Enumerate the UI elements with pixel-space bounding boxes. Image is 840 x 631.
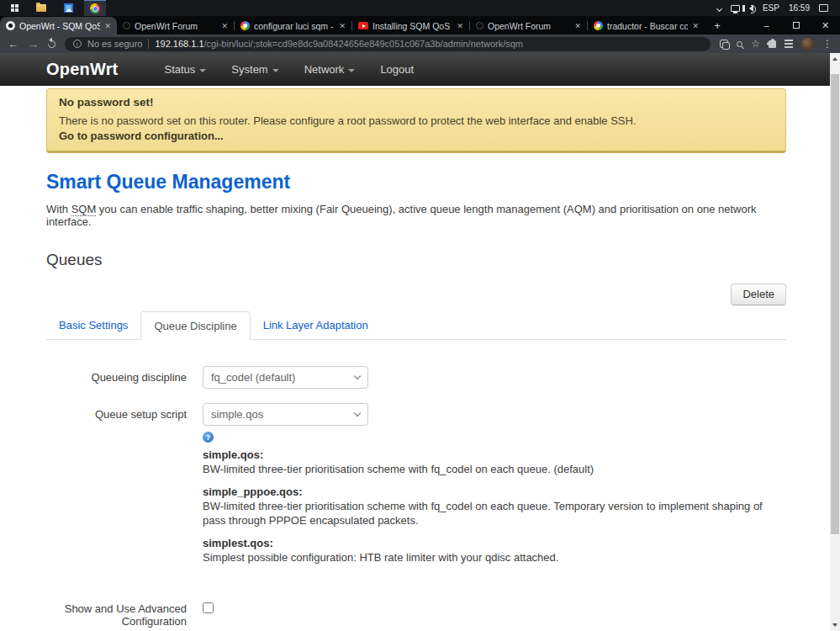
chevron-down-icon [354,373,361,379]
forward-button[interactable]: → [28,39,39,50]
password-config-link[interactable]: Go to password configuration... [59,130,224,142]
zoom-icon[interactable] [737,41,742,47]
settings-tabs: Basic Settings Queue Discipline Link Lay… [46,311,786,340]
alert-title: No password set! [59,96,774,109]
qdisc-select[interactable]: fq_codel (default) [203,366,368,389]
tab-title: OpenWrt - SQM QoS - LuCI [19,21,100,31]
browser-tabstrip: OpenWrt - SQM QoS - LuCI ✕ OpenWrt Forum… [0,16,840,34]
tab-queue-discipline[interactable]: Queue Discipline [140,311,250,340]
clock[interactable]: 16:59 [789,3,810,13]
chevron-down-icon [272,69,279,72]
tab-google-search[interactable]: configurar luci sqm - Buscar co ✕ [235,17,351,34]
nav-system[interactable]: System [219,53,291,86]
help-name: simple.qos: [203,448,263,461]
start-button[interactable] [3,0,25,16]
security-label[interactable]: No es seguro [87,39,142,49]
notifications-icon[interactable] [819,4,828,12]
hidden-icons-chevron-icon[interactable] [716,6,722,12]
help-simple-pppoe-qos: simple_pppoe.qos: BW-limited three-tier … [203,485,768,528]
maximize-icon [793,22,800,29]
page-scrollbar[interactable] [830,53,840,631]
close-tab-icon[interactable]: ✕ [339,22,346,30]
extensions-puzzle-icon[interactable] [769,40,776,48]
qdisc-label: Queueing discipline [46,366,187,389]
keyboard-language[interactable]: ESP [763,3,779,13]
close-tab-icon[interactable]: ✕ [221,22,228,30]
help-desc: BW-limited three-tier prioritisation sch… [203,500,763,527]
nav-logout[interactable]: Logout [367,53,426,86]
tab-link-layer-adaptation[interactable]: Link Layer Adaptation [251,311,381,340]
folder-icon [36,4,46,12]
close-tab-icon[interactable]: ✕ [692,22,699,30]
speaker-icon[interactable] [749,5,753,12]
chevron-down-icon [348,69,355,72]
tab-basic-settings[interactable]: Basic Settings [46,311,140,340]
reload-button[interactable] [46,39,57,50]
close-tab-icon[interactable]: ✕ [457,22,463,30]
close-tab-icon[interactable]: ✕ [104,22,111,30]
script-label: Queue setup script [46,403,187,573]
tab-openwrt-forum-2[interactable]: OpenWrt Forum ✕ [470,17,587,34]
window-controls: – ✕ [752,16,840,34]
back-button[interactable]: ← [8,39,18,50]
url-text: 192.168.1.1/cgi-bin/luci/;stok=cd9e8dc9a… [155,39,523,49]
page-content: No password set! There is no password se… [0,86,830,631]
script-select[interactable]: simple.qos [203,403,368,426]
help-simplest-qos: simplest.qos: Simplest possible configur… [203,536,768,565]
url-host: 192.168.1.1 [155,39,203,49]
windows-logo-icon [11,4,14,8]
password-warning-alert: No password set! There is no password se… [46,88,786,153]
minimize-button[interactable]: – [752,16,781,34]
openwrt-favicon [6,21,15,30]
scrollbar-up-icon[interactable] [830,53,840,65]
new-tab-button[interactable]: + [708,17,726,34]
luci-header: OpenWrt Status System Network Logout [0,53,830,86]
luci-nav: Status System Network Logout [151,53,426,86]
youtube-favicon [358,22,368,29]
help-desc: Simplest possible configuration: HTB rat… [203,551,558,564]
reading-list-icon[interactable] [785,40,793,41]
network-icon[interactable] [731,5,740,12]
browser-addressbar: ← → No es seguro 192.168.1.1/cgi-bin/luc… [0,34,840,53]
translate-icon[interactable] [720,40,728,48]
advanced-row: Show and Use Advanced Configuration [46,597,786,628]
screen: ESP 16:59 OpenWrt - SQM QoS - LuCI ✕ Ope… [0,0,840,631]
intro-text: With SQM you can enable traffic shaping,… [46,203,786,228]
chrome-taskbar-button[interactable] [84,0,106,16]
nav-network[interactable]: Network [292,53,368,86]
close-tab-icon[interactable]: ✕ [574,22,581,30]
profile-avatar[interactable] [801,38,814,50]
forum-favicon [476,22,483,29]
script-selected-value: simple.qos [211,408,263,421]
google-favicon [240,21,250,30]
nav-status[interactable]: Status [151,53,219,86]
tab-youtube-video[interactable]: Installing SQM QoS on LEDE/O ✕ [352,17,469,34]
openwrt-brand[interactable]: OpenWrt [46,60,118,79]
url-field[interactable]: No es seguro 192.168.1.1/cgi-bin/luci/;s… [65,37,711,51]
tab-title: OpenWrt Forum [488,21,570,31]
windows-taskbar: ESP 16:59 [0,0,840,16]
scrollbar-down-icon[interactable] [830,619,840,631]
tab-translator-search[interactable]: traductor - Buscar con Google ✕ [588,17,705,34]
advanced-checkbox[interactable] [203,602,214,613]
help-icon[interactable] [203,432,214,443]
bookmark-star-icon[interactable]: ☆ [751,39,760,49]
nav-label: Network [304,63,345,76]
maximize-button[interactable] [781,16,811,34]
chrome-menu-icon[interactable]: ⋮ [822,39,832,49]
sqm-abbr[interactable]: SQM [71,203,97,216]
close-window-button[interactable]: ✕ [811,16,840,34]
delete-button[interactable]: Delete [731,284,786,305]
google-favicon [594,21,603,30]
nav-label: Logout [380,63,414,76]
site-info-icon[interactable] [73,40,82,48]
photos-button[interactable] [57,0,79,16]
tab-openwrt-sqm[interactable]: OpenWrt - SQM QoS - LuCI ✕ [0,17,117,34]
chevron-down-icon [354,410,361,416]
scrollbar-thumb[interactable] [831,74,839,534]
queue-discipline-form: Queueing discipline fq_codel (default) Q… [46,366,786,631]
nav-label: Status [164,63,195,76]
system-tray: ESP 16:59 [717,3,837,13]
file-explorer-button[interactable] [30,0,52,16]
tab-openwrt-forum-1[interactable]: OpenWrt Forum ✕ [117,17,234,34]
